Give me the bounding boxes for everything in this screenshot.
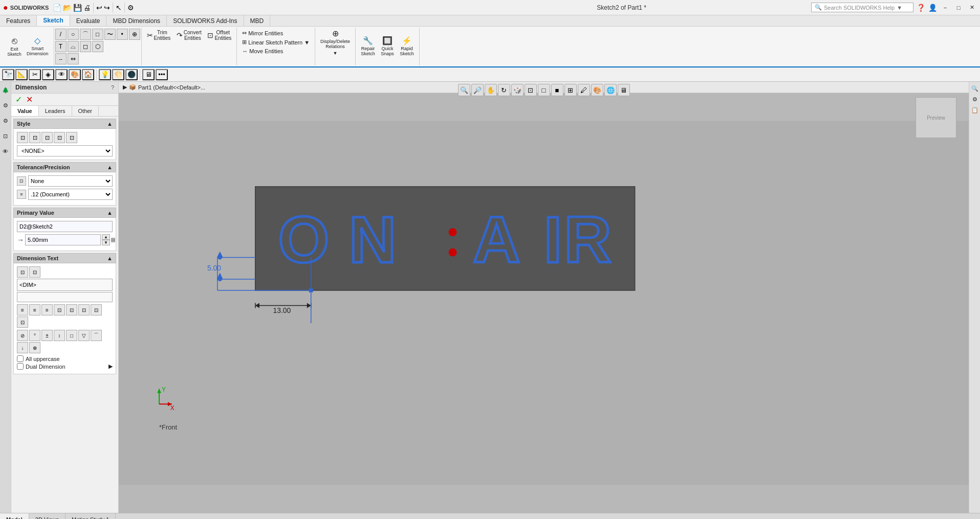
zoom-fit-btn[interactable]: 🔍 <box>458 84 470 96</box>
tab-other[interactable]: Other <box>72 106 99 116</box>
tab-3d-views[interactable]: 3D Views <box>29 513 66 519</box>
align-7-btn[interactable]: ⊡ <box>91 304 102 315</box>
text-btn[interactable]: T <box>55 41 67 52</box>
construction-btn[interactable]: -- <box>55 53 67 64</box>
sym-down-btn[interactable]: ↓ <box>17 342 28 353</box>
style-btn-2[interactable]: ⊡ <box>29 132 40 143</box>
feature-tree-btn[interactable]: 🌲 <box>1 83 10 97</box>
sym-tri-btn[interactable]: ▽ <box>78 330 90 341</box>
view-more-btn[interactable]: ••• <box>156 69 168 80</box>
tab-motion-study[interactable]: Motion Study 1 <box>66 513 116 519</box>
view-monitor-btn2[interactable]: 🖥 <box>618 84 630 96</box>
precision-select[interactable]: .12 (Document) <box>28 189 113 200</box>
line-btn[interactable]: / <box>55 29 67 40</box>
redo-btn[interactable]: ↪ <box>104 4 110 12</box>
new-btn[interactable]: 📄 <box>53 4 61 12</box>
view-orientation-btn[interactable]: 🔭 <box>2 69 14 80</box>
rect-btn[interactable]: □ <box>92 29 103 40</box>
view-display-btn[interactable]: ◈ <box>42 69 54 80</box>
appearances2-btn[interactable]: 🎨 <box>591 84 603 96</box>
align-4-btn[interactable]: ⊡ <box>54 304 65 315</box>
smart-dimension-btn[interactable]: ◇ SmartDimension <box>25 36 51 57</box>
sym-diam-btn[interactable]: ⊘ <box>17 330 28 341</box>
mirror-entities-btn[interactable]: ⇔ Mirror Entities <box>240 29 312 37</box>
align-left-btn[interactable]: ≡ <box>17 304 28 315</box>
point-btn[interactable]: • <box>117 29 128 40</box>
circle-btn[interactable]: ○ <box>68 29 79 40</box>
sym-arc-btn[interactable]: ⌒ <box>91 330 102 341</box>
move-entities-btn[interactable]: ↔ Move Entities <box>240 47 312 55</box>
shaded-edges-btn[interactable]: ⊞ <box>564 84 577 96</box>
align-6-btn[interactable]: ⊡ <box>78 304 90 315</box>
tab-solidworks-addins[interactable]: SOLIDWORKS Add-Ins <box>167 15 244 26</box>
tab-evaluate[interactable]: Evaluate <box>70 15 107 26</box>
open-btn[interactable]: 📂 <box>63 4 72 12</box>
wireframe-btn[interactable]: □ <box>538 84 550 96</box>
tab-mbd[interactable]: MBD <box>244 15 271 26</box>
help-icon[interactable]: ? <box>111 84 114 91</box>
dim-text-input2[interactable] <box>17 292 113 302</box>
undo-btn[interactable]: ↩ <box>96 4 102 12</box>
select-btn[interactable]: ↖ <box>116 4 122 12</box>
dual-dim-checkbox[interactable] <box>17 363 24 370</box>
view-named-btn[interactable]: 📐 <box>15 69 28 80</box>
style-btn-3[interactable]: ⊡ <box>41 132 53 143</box>
dim-xpert-btn[interactable]: ⊡ <box>1 129 10 143</box>
view-ambient-btn[interactable]: 🌕 <box>112 69 124 80</box>
pv-down-btn[interactable]: ▼ <box>102 240 110 245</box>
tab-leaders[interactable]: Leaders <box>39 106 72 116</box>
rp-btn2[interactable]: ⚙ <box>970 95 979 104</box>
style-btn-4[interactable]: ⊡ <box>54 132 65 143</box>
property-mgr-btn[interactable]: ⚙ <box>1 98 10 112</box>
convert-entities-btn[interactable]: ↷ ConvertEntities <box>173 29 204 42</box>
view-realview-btn[interactable]: 💡 <box>99 69 111 80</box>
linear-pattern-btn[interactable]: ⊞ Linear Sketch Pattern ▼ <box>240 38 312 47</box>
dim-text-header[interactable]: Dimension Text ▲ <box>13 253 116 263</box>
config-mgr-btn[interactable]: ⚙ <box>1 114 10 128</box>
rp-btn1[interactable]: 🔍 <box>970 84 979 93</box>
style-section-header[interactable]: Style ▲ <box>13 119 116 129</box>
dim-text-input1[interactable] <box>17 279 113 291</box>
display-mgr-btn[interactable]: 👁 <box>1 144 10 159</box>
tolerance-section-header[interactable]: Tolerance/Precision ▲ <box>13 162 116 172</box>
sym-circle-btn[interactable]: ⊕ <box>29 342 40 353</box>
align-5-btn[interactable]: ⊡ <box>66 304 77 315</box>
shaded-btn[interactable]: ■ <box>551 84 563 96</box>
draft-btn[interactable]: 🖊 <box>578 84 590 96</box>
exit-sketch-btn[interactable]: ⎋ ExitSketch <box>5 35 24 58</box>
dim-text-icon-2[interactable]: ⊡ <box>29 266 40 278</box>
maximize-btn[interactable]: □ <box>953 3 964 13</box>
mirror2-btn[interactable]: ⇔ <box>68 53 79 64</box>
dual-dim-expand[interactable]: ▶ <box>108 363 113 370</box>
chamfer-btn[interactable]: ◻ <box>80 41 91 52</box>
sym-plus-minus-btn[interactable]: ± <box>41 330 53 341</box>
view-3d-btn[interactable]: 🎲 <box>511 84 524 96</box>
pv-up-btn[interactable]: ▲ <box>102 234 110 240</box>
pv-field2[interactable] <box>25 234 101 245</box>
close-btn[interactable]: ✕ <box>967 3 977 13</box>
primary-value-header[interactable]: Primary Value ▲ <box>13 208 116 218</box>
dim-text-icon-1[interactable]: ⊡ <box>17 266 28 278</box>
center-line-btn[interactable]: ⊕ <box>129 29 140 40</box>
cancel-btn[interactable]: ✕ <box>26 95 33 104</box>
quick-snaps-btn[interactable]: 🔲 QuickSnaps <box>378 36 397 57</box>
align-right-btn[interactable]: ≡ <box>41 304 53 315</box>
pv-field1[interactable] <box>17 221 113 232</box>
offset-entities-btn[interactable]: ⊡ OffsetEntities <box>205 29 233 42</box>
style-btn-1[interactable]: ⊡ <box>17 132 28 143</box>
tab-model[interactable]: Model <box>0 513 29 519</box>
sym-deg-btn[interactable]: ° <box>29 330 40 341</box>
trim-entities-btn[interactable]: ✂ TrimEntities <box>145 29 173 42</box>
pan-btn[interactable]: ✋ <box>485 84 497 96</box>
canvas[interactable]: ▶ 📦 Part1 (Default<<Default>... 🔍 🔎 ✋ ↻ … <box>119 82 969 513</box>
rotate-btn[interactable]: ↻ <box>498 84 510 96</box>
align-8-btn[interactable]: ⊡ <box>17 317 28 328</box>
spline-btn[interactable]: 〜 <box>104 29 116 40</box>
tab-mbd-dimensions[interactable]: MBD Dimensions <box>106 15 167 26</box>
view-monitor-btn[interactable]: 🖥 <box>142 69 155 80</box>
style-dropdown[interactable]: <NONE> <box>17 145 113 156</box>
help-btn[interactable]: ❓ <box>917 4 925 12</box>
section-btn[interactable]: ⊡ <box>525 84 537 96</box>
tab-features[interactable]: Features <box>0 15 37 26</box>
print-btn[interactable]: 🖨 <box>83 4 91 12</box>
